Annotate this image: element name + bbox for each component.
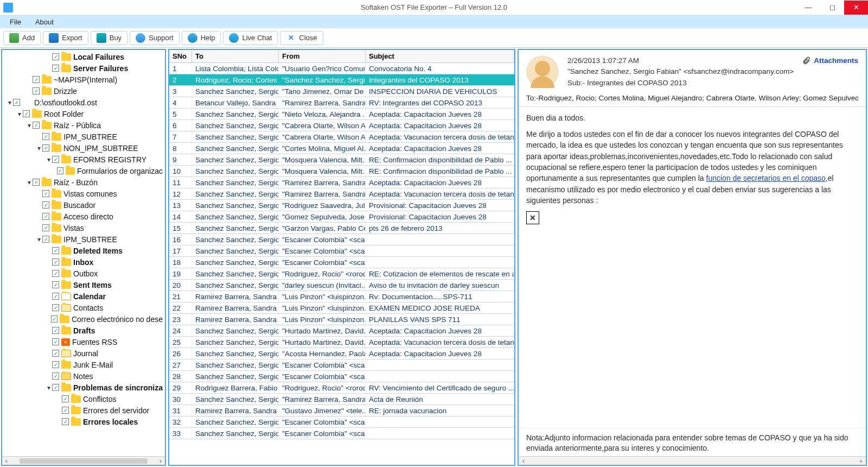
col-sno[interactable]: SNo (169, 50, 192, 62)
checkbox[interactable]: ✓ (42, 133, 49, 140)
checkbox[interactable]: ✓ (33, 179, 40, 186)
body-link[interactable]: funcion de secretarios en el copaso (706, 174, 826, 182)
mail-row[interactable]: 22Ramirez Barrera, Sandra ..."Luis Pinzo… (169, 302, 514, 314)
tree-item[interactable]: ▾✓Raíz - Pública (2, 119, 165, 131)
tree-item[interactable]: ✓Acceso directo (2, 211, 165, 222)
mail-row[interactable]: 9Sanchez Sanchez, Sergio F..."Mosquera V… (169, 154, 514, 166)
checkbox[interactable]: ✓ (23, 110, 30, 117)
mail-row[interactable]: 7Sanchez Sanchez, Sergio F..."Cabrera Ol… (169, 131, 514, 143)
checkbox[interactable]: ✓ (52, 281, 59, 288)
scroll-right-icon[interactable]: › (856, 457, 866, 465)
mail-row[interactable]: 19Sanchez Sanchez, Sergio F..."Rodriguez… (169, 268, 514, 280)
tree-item[interactable]: ✓Journal (2, 348, 165, 359)
collapse-icon[interactable]: ▾ (46, 384, 52, 392)
close-window-button[interactable]: ✕ (844, 1, 868, 15)
tree-item[interactable]: ✓Vistas (2, 222, 165, 234)
scroll-track[interactable] (528, 458, 856, 464)
mail-row[interactable]: 31Ramirez Barrera, Sandra ..."Gustavo Ji… (169, 405, 514, 416)
tree-item[interactable]: ✓Buscador (2, 199, 165, 211)
scroll-thumb[interactable] (20, 458, 148, 464)
tree-h-scrollbar[interactable]: ‹ › (2, 456, 165, 465)
checkbox[interactable]: ✓ (52, 258, 59, 266)
tree-item[interactable]: ✓Errores locales (2, 416, 165, 427)
tree-item[interactable]: ▾✓Problemas de sincroniza (2, 382, 165, 393)
mail-row[interactable]: 23Ramirez Barrera, Sandra ..."Luis Pinzo… (169, 314, 514, 325)
tree-item[interactable]: ✓Drizzle (2, 85, 165, 97)
checkbox[interactable]: ✓ (62, 395, 69, 402)
mail-row[interactable]: 6Sanchez Sanchez, Sergio F..."Cabrera Ol… (169, 120, 514, 131)
livechat-button[interactable]: Live Chat (223, 31, 278, 45)
tree-item[interactable]: ▾✓Raíz - Buzón (2, 176, 165, 188)
collapse-icon[interactable]: ▾ (26, 122, 33, 129)
tree-item[interactable]: ✓Deleted Items (2, 245, 165, 256)
checkbox[interactable]: ✓ (33, 122, 40, 129)
tree-item[interactable]: ▾✓D:\ost\outlookd.ost (2, 97, 165, 108)
checkbox[interactable]: ✓ (52, 361, 59, 368)
tree-item[interactable]: ✓IPM_SUBTREE (2, 131, 165, 142)
scroll-right-icon[interactable]: › (156, 457, 165, 465)
mail-row[interactable]: 29Rodriguez Barrera, Fabio"Rodriguez, Ro… (169, 382, 514, 394)
checkbox[interactable]: ✓ (52, 384, 59, 391)
tree-item[interactable]: ✓Server Failures (2, 62, 165, 74)
mail-row[interactable]: 17Sanchez Sanchez, Sergio F..."Escaner C… (169, 245, 514, 257)
checkbox[interactable]: ✓ (62, 418, 69, 425)
mail-row[interactable]: 32Sanchez Sanchez, Sergio F..."Escaner C… (169, 416, 514, 428)
folder-tree[interactable]: ✓Local Failures✓Server Failures✓~MAPISP(… (2, 50, 165, 456)
mail-row[interactable]: 10Sanchez Sanchez, Sergio F..."Mosquera … (169, 166, 514, 177)
col-to[interactable]: To (192, 50, 279, 62)
tree-item[interactable]: ✓Outbox (2, 268, 165, 279)
mail-row[interactable]: 3Sanchez Sanchez, Sergio F..."Tano Jimen… (169, 86, 514, 97)
collapse-icon[interactable]: ▾ (36, 236, 42, 243)
mail-row[interactable]: 26Sanchez Sanchez, Sergio F..."Acosta He… (169, 348, 514, 359)
mail-row[interactable]: 13Sanchez Sanchez, Sergio F..."Rodriguez… (169, 200, 514, 211)
buy-button[interactable]: Buy (91, 31, 127, 45)
checkbox[interactable]: ✓ (42, 224, 49, 231)
collapse-icon[interactable]: ▾ (36, 144, 42, 152)
collapse-icon[interactable]: ▾ (16, 110, 23, 118)
checkbox[interactable]: ✓ (42, 190, 49, 197)
tree-item[interactable]: ▾✓NON_IPM_SUBTREE (2, 142, 165, 154)
tree-item[interactable]: ▾✓Root Folder (2, 108, 165, 119)
collapse-icon[interactable]: ▾ (7, 99, 13, 106)
checkbox[interactable]: ✓ (62, 407, 69, 414)
checkbox[interactable]: ✓ (42, 144, 49, 152)
mail-row[interactable]: 16Sanchez Sanchez, Sergio F..."Escaner C… (169, 234, 514, 245)
tree-item[interactable]: ✓Errores del servidor (2, 405, 165, 416)
col-from[interactable]: From (279, 50, 366, 62)
mail-row[interactable]: 21Ramirez Barrera, Sandra ..."Luis Pinzo… (169, 291, 514, 302)
checkbox[interactable]: ✓ (52, 293, 59, 300)
checkbox[interactable]: ✓ (52, 350, 59, 357)
mail-list[interactable]: 1Lista Colombia; Lista Colo..."Usuario G… (169, 63, 514, 465)
scroll-left-icon[interactable]: ‹ (519, 457, 528, 465)
collapse-icon[interactable]: ▾ (46, 156, 52, 163)
tree-item[interactable]: ✓»Fuentes RSS (2, 336, 165, 348)
preview-body[interactable]: Buen dia a todos. Me dirijo a todos uste… (519, 107, 866, 428)
checkbox[interactable]: ✓ (52, 270, 59, 277)
mail-row[interactable]: 30Sanchez Sanchez, Sergio F..."Ramirez B… (169, 394, 514, 405)
tree-item[interactable]: ✓Calendar (2, 291, 165, 302)
tree-item[interactable]: ✓Sent Items (2, 279, 165, 291)
checkbox[interactable]: ✓ (52, 373, 59, 380)
checkbox[interactable]: ✓ (52, 65, 59, 72)
tree-item[interactable]: ✓~MAPISP(Internal) (2, 74, 165, 85)
minimize-button[interactable]: — (796, 1, 820, 15)
support-button[interactable]: Support (130, 31, 180, 45)
checkbox[interactable]: ✓ (52, 247, 59, 254)
checkbox[interactable]: ✓ (13, 99, 20, 106)
mail-row[interactable]: 27Sanchez Sanchez, Sergio F..."Escaner C… (169, 359, 514, 371)
mail-row[interactable]: 2Rodriguez, Rocio; Cortes ..."Sanchez Sa… (169, 74, 514, 86)
mail-row[interactable]: 18Sanchez Sanchez, Sergio F..."Escaner C… (169, 257, 514, 268)
checkbox[interactable]: ✓ (33, 76, 40, 83)
mail-row[interactable]: 28Sanchez Sanchez, Sergio F..."Escaner C… (169, 371, 514, 382)
maximize-button[interactable]: ◻ (820, 1, 844, 15)
checkbox[interactable]: ✓ (52, 327, 59, 334)
tree-item[interactable]: ✓Formularios de organizac (2, 165, 165, 176)
mail-row[interactable]: 5Sanchez Sanchez, Sergio F..."Nieto Velo… (169, 109, 514, 120)
tree-item[interactable]: ▾✓EFORMS REGISTRY (2, 154, 165, 165)
mail-row[interactable]: 4Betancur Vallejo, Sandra ..."Ramirez Ba… (169, 97, 514, 109)
col-subject[interactable]: Subject (366, 50, 514, 62)
checkbox[interactable]: ✓ (52, 338, 59, 345)
tree-item[interactable]: ✓Local Failures (2, 51, 165, 62)
checkbox[interactable]: ✓ (52, 304, 59, 311)
export-button[interactable]: Export (43, 31, 88, 45)
